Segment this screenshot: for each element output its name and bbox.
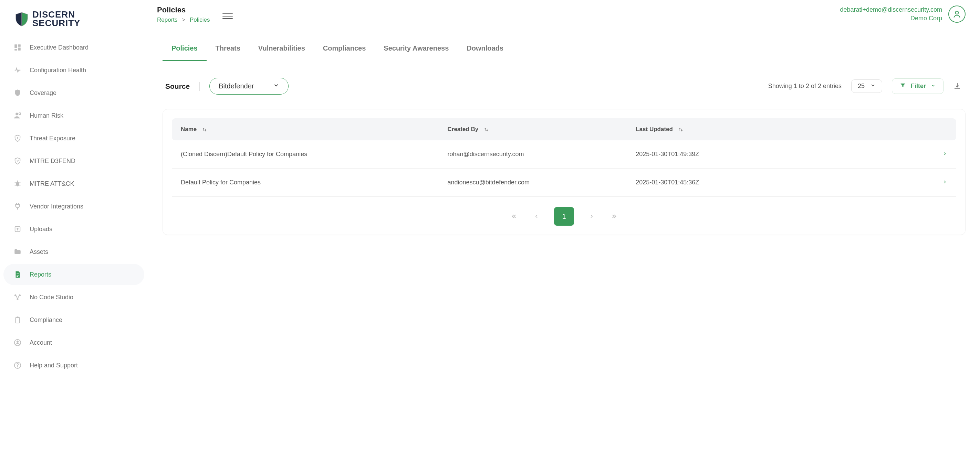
sidebar-item-label: Compliance: [30, 316, 62, 324]
sidebar-item-uploads[interactable]: Uploads: [3, 219, 144, 240]
sidebar-item-vendor-integrations[interactable]: Vendor Integrations: [3, 196, 144, 217]
account-info: debarati+demo@discernsecurity.com Demo C…: [840, 5, 942, 23]
svg-rect-3: [15, 49, 17, 51]
sidebar-item-compliance[interactable]: Compliance: [3, 309, 144, 331]
svg-point-17: [17, 367, 18, 367]
menu-toggle-button[interactable]: [223, 13, 233, 19]
breadcrumb: Reports > Policies: [157, 16, 210, 24]
sidebar-item-coverage[interactable]: Coverage: [3, 82, 144, 103]
breadcrumb-root[interactable]: Reports: [157, 16, 178, 23]
sidebar-item-no-code-studio[interactable]: No Code Studio: [3, 287, 144, 308]
download-button[interactable]: [953, 82, 961, 90]
tab-label: Policies: [172, 44, 198, 52]
sidebar-item-mitre-d3fend[interactable]: MITRE D3FEND: [3, 150, 144, 172]
main-area: Policies Reports > Policies debarati+dem…: [148, 0, 980, 452]
tab-label: Downloads: [466, 44, 503, 52]
col-label: Last Updated: [636, 126, 673, 132]
brand-logo: DISCERN SECURITY: [3, 7, 144, 35]
tab-policies[interactable]: Policies: [162, 38, 207, 61]
clipboard-icon: [13, 316, 22, 324]
chevron-down-icon: [273, 82, 279, 90]
chevron-double-left-icon: [511, 213, 517, 219]
brand-line1: DISCERN: [32, 10, 80, 19]
cell-last-updated: 2025-01-30T01:49:39Z: [627, 140, 934, 168]
sidebar-item-label: Reports: [30, 271, 51, 278]
sort-icon: [202, 127, 207, 132]
tab-security-awareness[interactable]: Security Awareness: [375, 38, 458, 61]
person-risk-icon: [13, 111, 22, 120]
cell-created-by: rohan@discernsecurity.com: [439, 140, 627, 168]
cell-name: (Cloned Discern)Default Policy for Compa…: [172, 140, 439, 168]
folder-icon: [13, 247, 22, 256]
sort-icon: [484, 127, 489, 132]
svg-point-18: [956, 11, 959, 14]
source-label: Source: [165, 82, 190, 90]
chevron-down-icon: [931, 82, 935, 90]
hamburger-line-icon: [223, 13, 233, 14]
tab-threats[interactable]: Threats: [207, 38, 249, 61]
cell-name: Default Policy for Companies: [172, 168, 439, 197]
source-dropdown[interactable]: Bitdefender: [209, 78, 288, 95]
filter-button[interactable]: Filter: [892, 78, 943, 94]
svg-rect-0: [15, 45, 17, 48]
sidebar-item-reports[interactable]: Reports: [3, 264, 144, 285]
col-created-by[interactable]: Created By: [439, 118, 627, 140]
page-next-button[interactable]: [586, 211, 597, 222]
row-expand-button[interactable]: [934, 140, 956, 168]
page-title: Policies: [157, 5, 210, 14]
tab-label: Security Awareness: [383, 44, 449, 52]
shield-icon: [13, 89, 22, 97]
sidebar-item-label: MITRE ATT&CK: [30, 180, 75, 187]
page-prev-button[interactable]: [531, 211, 542, 222]
sidebar-item-assets[interactable]: Assets: [3, 241, 144, 262]
virus-shield-icon: [13, 134, 22, 143]
chevron-double-right-icon: [611, 213, 617, 219]
sidebar-item-configuration-health[interactable]: Configuration Health: [3, 60, 144, 81]
sidebar-item-label: MITRE D3FEND: [30, 157, 75, 165]
col-last-updated[interactable]: Last Updated: [627, 118, 934, 140]
svg-rect-1: [18, 45, 20, 47]
page-size-value: 25: [858, 82, 865, 90]
page-last-button[interactable]: [609, 211, 619, 222]
chevron-right-icon: [942, 179, 947, 184]
page-first-button[interactable]: [509, 211, 519, 222]
content: Policies Threats Vulnerabilities Complia…: [148, 29, 980, 244]
sidebar-item-account[interactable]: Account: [3, 332, 144, 353]
sidebar-item-executive-dashboard[interactable]: Executive Dashboard: [3, 37, 144, 58]
row-expand-button[interactable]: [934, 168, 956, 197]
table-row[interactable]: Default Policy for Companies andionescu@…: [172, 168, 956, 197]
svg-rect-12: [16, 317, 20, 324]
sidebar-item-label: Human Risk: [30, 112, 64, 119]
table-row[interactable]: (Cloned Discern)Default Policy for Compa…: [172, 140, 956, 168]
dashboard-icon: [13, 43, 22, 52]
tab-compliances[interactable]: Compliances: [314, 38, 375, 61]
sidebar-item-mitre-attack[interactable]: MITRE ATT&CK: [3, 173, 144, 194]
chevron-down-icon: [870, 82, 876, 90]
topbar: Policies Reports > Policies debarati+dem…: [148, 0, 980, 29]
flow-icon: [13, 293, 22, 302]
svg-point-11: [17, 298, 19, 300]
tab-label: Vulnerabilities: [258, 44, 305, 52]
tab-downloads[interactable]: Downloads: [458, 38, 512, 61]
sidebar-item-threat-exposure[interactable]: Threat Exposure: [3, 128, 144, 149]
upload-icon: [13, 225, 22, 233]
page-size-dropdown[interactable]: 25: [851, 79, 882, 93]
col-label: Created By: [448, 126, 479, 132]
svg-point-5: [19, 113, 21, 115]
tab-vulnerabilities[interactable]: Vulnerabilities: [249, 38, 314, 61]
policies-table: Name Created By Last Updated: [172, 118, 956, 197]
col-name[interactable]: Name: [172, 118, 439, 140]
avatar-button[interactable]: [948, 5, 966, 23]
entries-summary: Showing 1 to 2 of 2 entries: [768, 82, 842, 90]
sidebar-item-human-risk[interactable]: Human Risk: [3, 105, 144, 126]
source-selected: Bitdefender: [219, 82, 254, 90]
account-org: Demo Corp: [840, 14, 942, 23]
page-current[interactable]: 1: [554, 207, 574, 226]
sidebar-item-help[interactable]: Help and Support: [3, 355, 144, 376]
breadcrumb-sep: >: [182, 16, 185, 23]
hamburger-line-icon: [223, 18, 233, 19]
svg-point-7: [16, 182, 19, 186]
user-icon: [953, 10, 961, 19]
filter-icon: [900, 82, 906, 90]
report-tabs: Policies Threats Vulnerabilities Complia…: [162, 38, 966, 61]
